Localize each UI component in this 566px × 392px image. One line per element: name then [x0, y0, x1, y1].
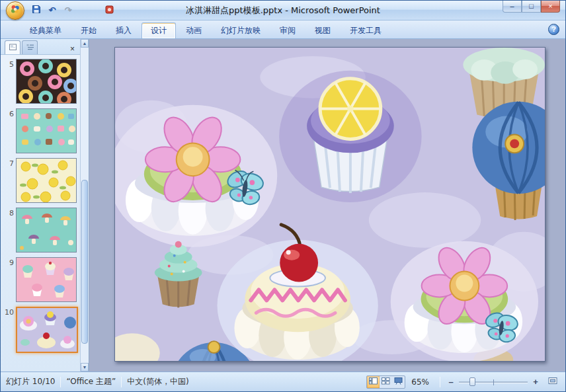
quick-access-toolbar: ↶ ↷ — [30, 4, 116, 17]
slide-number: 7 — [1, 159, 14, 168]
ribbon-tab-row: 经典菜单 开始 插入 设计 动画 幻灯片放映 审阅 视图 开发工具 ? — [1, 20, 565, 39]
tab-slideshow[interactable]: 幻灯片放映 — [212, 22, 270, 38]
slide-thumbnail-9[interactable] — [16, 257, 77, 302]
statusbar-divider — [60, 377, 61, 387]
slide-indicator: 幻灯片 10/10 — [6, 376, 55, 387]
slides-tab-icon — [9, 42, 17, 54]
tab-review[interactable]: 审阅 — [270, 22, 305, 38]
slide-thumbnail-5[interactable] — [16, 59, 77, 104]
save-icon — [32, 5, 41, 16]
office-logo-icon — [10, 4, 20, 17]
slide-row-10: 10 — [1, 307, 89, 353]
theme-name: “Office 主题” — [66, 376, 116, 387]
slide-illustration — [115, 48, 545, 361]
tab-view[interactable]: 视图 — [305, 22, 340, 38]
undo-button[interactable]: ↶ — [46, 4, 59, 17]
slide-thumbnail-list: 5 — [1, 55, 89, 372]
tab-insert[interactable]: 插入 — [106, 22, 141, 38]
tab-animation[interactable]: 动画 — [177, 22, 211, 38]
slide-number: 10 — [1, 308, 14, 317]
presentation-icon-button[interactable] — [102, 4, 116, 17]
pane-tab-bar: × — [1, 39, 89, 55]
tab-developer[interactable]: 开发工具 — [341, 22, 391, 38]
tab-classic-menu[interactable]: 经典菜单 — [20, 22, 71, 38]
language-indicator[interactable]: 中文(简体，中国) — [127, 376, 188, 387]
redo-icon: ↷ — [65, 5, 72, 15]
slide-row-8: 8 — [1, 208, 89, 253]
zoom-slider[interactable] — [459, 377, 528, 387]
thumbnail-mushrooms-image — [17, 208, 77, 253]
outline-tab-icon — [26, 42, 34, 54]
slide-number: 6 — [1, 110, 14, 118]
slideshow-icon — [394, 377, 403, 387]
scrollbar-thumb[interactable] — [81, 180, 88, 344]
slide-thumbnail-10-selected[interactable] — [16, 307, 78, 353]
zoom-slider-thumb[interactable] — [469, 377, 475, 386]
close-button[interactable]: × — [541, 1, 560, 13]
maximize-button[interactable]: □ — [522, 1, 541, 13]
thumbnail-cupcakes-pink-image — [17, 258, 77, 302]
content-area: × 5 — [1, 39, 565, 372]
window-controls: – □ × — [503, 1, 560, 13]
sidebar-scrollbar[interactable]: ▲ ▼ — [80, 39, 89, 372]
outline-pane-tab[interactable] — [22, 40, 38, 54]
undo-icon: ↶ — [49, 5, 56, 15]
redo-button[interactable]: ↷ — [61, 4, 75, 17]
tab-home[interactable]: 开始 — [71, 22, 106, 38]
thumbnail-lemons-image — [17, 159, 77, 203]
slide-sorter-button[interactable] — [380, 376, 392, 388]
scrollbar-track[interactable] — [81, 48, 89, 363]
slideshow-button[interactable] — [392, 376, 405, 388]
help-button[interactable]: ? — [548, 24, 559, 35]
slides-pane-tab[interactable] — [5, 40, 20, 54]
thumbnail-cupcakes-lavender-image — [17, 308, 78, 353]
zoom-slider-center-tick — [493, 379, 494, 385]
slide-row-9: 9 — [1, 257, 89, 302]
slides-pane: × 5 — [1, 39, 89, 372]
zoom-in-button[interactable]: + — [530, 377, 541, 387]
minimize-button[interactable]: – — [503, 1, 522, 13]
close-pane-button[interactable]: × — [67, 44, 78, 54]
slide-thumbnail-6[interactable] — [16, 108, 77, 153]
slide-row-5: 5 — [1, 59, 89, 104]
slide-row-6: 6 — [1, 108, 89, 153]
thumbnail-donuts-image — [17, 59, 77, 104]
presentation-icon — [105, 5, 114, 16]
office-button[interactable] — [6, 1, 24, 20]
thumbnail-sweets-image — [17, 109, 77, 153]
statusbar-divider — [121, 377, 122, 387]
scroll-down-button[interactable]: ▼ — [81, 363, 89, 372]
save-button[interactable] — [30, 4, 43, 17]
status-bar: 幻灯片 10/10 “Office 主题” 中文(简体，中国) — [1, 372, 565, 391]
slide-number: 5 — [1, 60, 14, 69]
scroll-up-button[interactable]: ▲ — [81, 39, 89, 48]
fit-to-window-icon — [548, 377, 557, 387]
slide-number: 9 — [1, 258, 14, 267]
slide-canvas[interactable] — [114, 47, 546, 362]
slide-row-7: 7 — [1, 158, 89, 203]
normal-view-icon — [369, 377, 378, 387]
slide-thumbnail-7[interactable] — [16, 158, 77, 203]
statusbar-divider — [440, 377, 440, 387]
statusbar-right: 65% – + — [366, 375, 560, 389]
titlebar: ↶ ↷ 冰淇淋甜点ppt模板.pptx - Microsoft PowerPoi… — [1, 1, 565, 20]
slide-sorter-icon — [382, 377, 390, 387]
slide-thumbnail-8[interactable] — [16, 208, 77, 253]
fit-to-window-button[interactable] — [546, 376, 560, 388]
view-buttons-group — [366, 375, 405, 389]
tab-design[interactable]: 设计 — [142, 22, 176, 38]
zoom-out-button[interactable]: – — [446, 377, 456, 387]
normal-view-button[interactable] — [367, 376, 380, 388]
slide-editor-area — [89, 39, 565, 372]
powerpoint-window: ↶ ↷ 冰淇淋甜点ppt模板.pptx - Microsoft PowerPoi… — [0, 0, 566, 392]
slide-number: 8 — [1, 209, 14, 217]
zoom-level[interactable]: 65% — [411, 377, 429, 387]
